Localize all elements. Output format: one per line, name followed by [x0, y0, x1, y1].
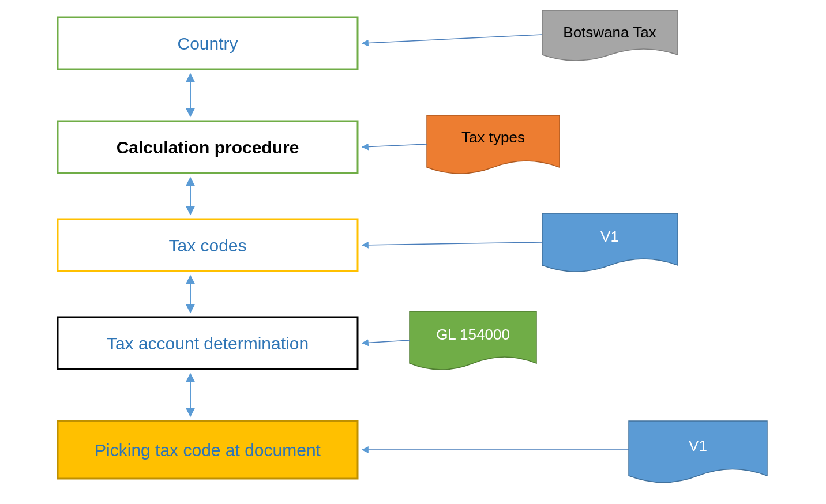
doc-taxtypes: Tax types	[427, 115, 560, 174]
box-country: Country	[58, 17, 358, 69]
box-calcproc-label: Calculation procedure	[117, 138, 299, 157]
doc-botswana: Botswana Tax	[542, 10, 678, 61]
doc-gl: GL 154000	[410, 311, 536, 370]
arrow-gl-taxacct	[362, 340, 410, 343]
doc-gl-label: GL 154000	[436, 326, 510, 343]
doc-v1a: V1	[542, 213, 678, 272]
doc-v1b: V1	[629, 421, 767, 483]
doc-botswana-label: Botswana Tax	[563, 24, 656, 41]
arrow-taxtypes-calcproc	[362, 144, 427, 147]
box-taxacct-label: Tax account determination	[107, 334, 309, 353]
doc-v1b-label: V1	[689, 437, 707, 454]
box-taxcodes-label: Tax codes	[168, 236, 246, 255]
box-calcproc: Calculation procedure	[58, 121, 358, 173]
arrow-v1a-taxcodes	[362, 242, 542, 245]
box-picktax: Picking tax code at document	[58, 421, 358, 479]
doc-v1a-label: V1	[600, 228, 619, 245]
doc-taxtypes-label: Tax types	[461, 129, 525, 146]
box-picktax-label: Picking tax code at document	[95, 441, 321, 460]
arrow-botswana-country	[362, 35, 542, 43]
box-taxacct: Tax account determination	[58, 317, 358, 369]
box-country-label: Country	[177, 34, 238, 53]
box-taxcodes: Tax codes	[58, 219, 358, 271]
